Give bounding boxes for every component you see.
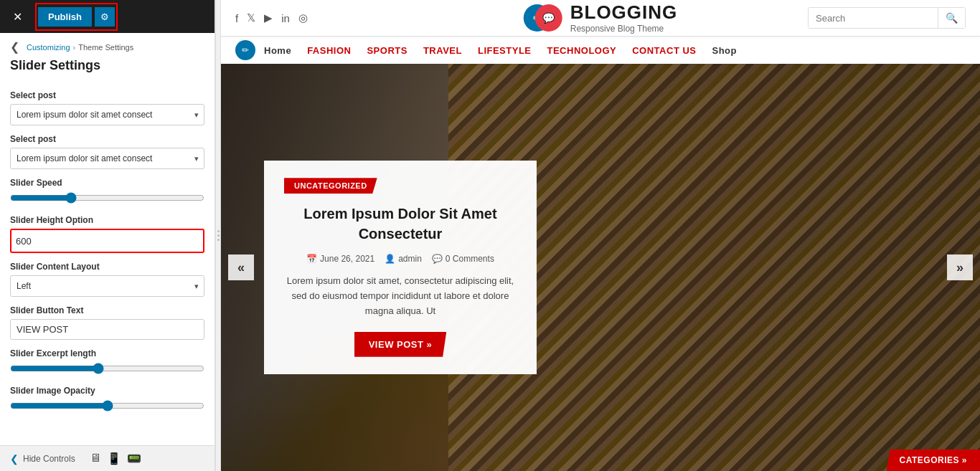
- site-logo: ✏ 💬 BLOGGING Responsive Blog Theme: [524, 0, 678, 38]
- slider-background: « UNCATEGORIZED Lorem Ipsum Dolor Sit Am…: [221, 64, 980, 471]
- meta-author: 👤 admin: [385, 254, 422, 264]
- site-header: f 𝕏 ▶ in ◎ ✏ 💬 BLOGGING Responsive Blog …: [221, 0, 980, 36]
- nav-item-fashion[interactable]: FASHION: [307, 45, 351, 56]
- back-button[interactable]: ❮: [10, 40, 19, 54]
- search-input[interactable]: [809, 9, 938, 28]
- logo-icon: ✏ 💬: [524, 0, 563, 38]
- settings-body: Select post Lorem ipsum dolor sit amet c…: [0, 82, 215, 445]
- logo-title: BLOGGING: [570, 1, 678, 24]
- field-label-slider-height: Slider Height Option: [10, 215, 204, 225]
- facebook-icon[interactable]: f: [235, 12, 238, 24]
- excerpt-length-wrapper: [10, 363, 204, 377]
- slider-next-button[interactable]: »: [947, 254, 973, 280]
- select-post-2-wrapper: Lorem ipsum dolor sit amet consect ▾: [10, 148, 204, 169]
- slider-speed-range[interactable]: [10, 192, 204, 204]
- logo-text: BLOGGING Responsive Blog Theme: [570, 1, 678, 34]
- linkedin-icon[interactable]: in: [281, 12, 290, 24]
- select-post-1-wrapper: Lorem ipsum dolor sit amet consect ▾: [10, 104, 204, 125]
- select-post-2[interactable]: Lorem ipsum dolor sit amet consect: [10, 148, 204, 169]
- breadcrumb-separator: ›: [73, 43, 76, 52]
- meta-date-text: June 26, 2021: [320, 254, 374, 264]
- toggle-arrow-icon: ❮: [10, 453, 19, 465]
- post-title: Lorem Ipsum Dolor Sit Amet Consectetur: [284, 204, 517, 244]
- panel-divider: [215, 0, 221, 471]
- categories-button[interactable]: CATEGORIES »: [887, 449, 980, 471]
- breadcrumb: ❮ Customizing › Theme Settings: [0, 33, 215, 57]
- panel-title: Slider Settings: [0, 57, 215, 82]
- category-badge[interactable]: UNCATEGORIZED: [284, 178, 377, 194]
- bottom-bar: ❮ Hide Controls 🖥 📱 📟: [0, 445, 215, 471]
- meta-date: 📅 June 26, 2021: [306, 254, 374, 264]
- nav-item-contact[interactable]: CONTACT US: [632, 45, 696, 56]
- nav-item-travel[interactable]: TRAVEL: [423, 45, 462, 56]
- field-label-content-layout: Slider Content Layout: [10, 262, 204, 272]
- search-area: 🔍: [808, 7, 966, 29]
- meta-author-text: admin: [398, 254, 422, 264]
- breadcrumb-parent[interactable]: Customizing: [27, 43, 70, 52]
- twitter-icon[interactable]: 𝕏: [247, 11, 255, 24]
- nav-edit-icon[interactable]: ✏: [235, 40, 255, 60]
- nav-item-technology[interactable]: TECHNOLOGY: [547, 45, 617, 56]
- nav-item-sports[interactable]: SPORTS: [367, 45, 407, 56]
- meta-comments: 💬 0 Comments: [432, 254, 494, 264]
- publish-button[interactable]: Publish: [38, 7, 92, 27]
- comment-icon: 💬: [432, 254, 443, 264]
- field-label-select-post-1: Select post: [10, 90, 204, 100]
- nav-links: Home FASHION SPORTS TRAVEL LIFESTYLE TEC…: [264, 37, 737, 64]
- select-post-1[interactable]: Lorem ipsum dolor sit amet consect: [10, 104, 204, 125]
- logo-chat-icon: 💬: [542, 12, 555, 24]
- slider-height-input[interactable]: [16, 236, 199, 247]
- social-icons: f 𝕏 ▶ in ◎: [235, 11, 308, 24]
- field-label-image-opacity: Slider Image Opacity: [10, 386, 204, 396]
- slider-content-card: UNCATEGORIZED Lorem Ipsum Dolor Sit Amet…: [264, 161, 537, 374]
- field-label-select-post-2: Select post: [10, 134, 204, 144]
- customizer-panel: ✕ Publish ⚙ ❮ Customizing › Theme Settin…: [0, 0, 215, 471]
- content-layout-wrapper: Left Center Right ▾: [10, 275, 204, 297]
- desktop-icon[interactable]: 🖥: [90, 452, 101, 465]
- image-opacity-range[interactable]: [10, 400, 204, 411]
- youtube-icon[interactable]: ▶: [264, 11, 273, 24]
- field-label-button-text: Slider Button Text: [10, 305, 204, 315]
- divider-dot: [217, 239, 220, 241]
- post-excerpt: Lorem ipsum dolor sit amet, consectetur …: [284, 274, 517, 318]
- slider-prev-button[interactable]: «: [228, 254, 254, 280]
- divider-dot: [217, 234, 220, 237]
- gear-button[interactable]: ⚙: [95, 7, 115, 27]
- site-preview: f 𝕏 ▶ in ◎ ✏ 💬 BLOGGING Responsive Blog …: [221, 0, 980, 471]
- nav-item-lifestyle[interactable]: LIFESTYLE: [478, 45, 532, 56]
- hide-controls-label: Hide Controls: [23, 454, 75, 464]
- user-icon: 👤: [385, 254, 395, 264]
- slider-button-text-input[interactable]: [10, 319, 204, 340]
- divider-dot: [217, 230, 220, 232]
- post-meta: 📅 June 26, 2021 👤 admin 💬 0 Comments: [284, 254, 517, 264]
- breadcrumb-current: Theme Settings: [78, 43, 133, 52]
- slider-height-box: [10, 229, 204, 253]
- field-label-slider-speed: Slider Speed: [10, 178, 204, 188]
- instagram-icon[interactable]: ◎: [298, 11, 308, 24]
- hide-controls-toggle[interactable]: ❮ Hide Controls: [10, 453, 75, 465]
- logo-circle-red: 💬: [535, 4, 562, 32]
- nav-item-shop[interactable]: Shop: [712, 45, 738, 56]
- image-opacity-wrapper: [10, 400, 204, 414]
- close-button[interactable]: ✕: [7, 7, 28, 27]
- site-nav: ✏ Home FASHION SPORTS TRAVEL LIFESTYLE T…: [221, 36, 980, 64]
- calendar-icon: 📅: [306, 254, 317, 264]
- field-label-excerpt-length: Slider Excerpt length: [10, 348, 204, 358]
- tablet-icon[interactable]: 📱: [107, 452, 121, 465]
- slider-area: « UNCATEGORIZED Lorem Ipsum Dolor Sit Am…: [221, 64, 980, 471]
- divider-dots: [217, 230, 220, 241]
- content-layout-select[interactable]: Left Center Right: [10, 275, 204, 297]
- mobile-icon[interactable]: 📟: [127, 452, 141, 465]
- view-post-button[interactable]: VIEW POST »: [354, 332, 447, 357]
- nav-item-home[interactable]: Home: [264, 45, 291, 56]
- meta-comments-text: 0 Comments: [446, 254, 494, 264]
- excerpt-length-range[interactable]: [10, 363, 204, 374]
- slider-speed-wrapper: [10, 192, 204, 206]
- top-bar: ✕ Publish ⚙: [0, 0, 215, 33]
- search-button[interactable]: 🔍: [938, 8, 965, 28]
- logo-subtitle: Responsive Blog Theme: [570, 24, 678, 34]
- device-icons-group: 🖥 📱 📟: [90, 452, 141, 465]
- publish-area: Publish ⚙: [35, 3, 118, 31]
